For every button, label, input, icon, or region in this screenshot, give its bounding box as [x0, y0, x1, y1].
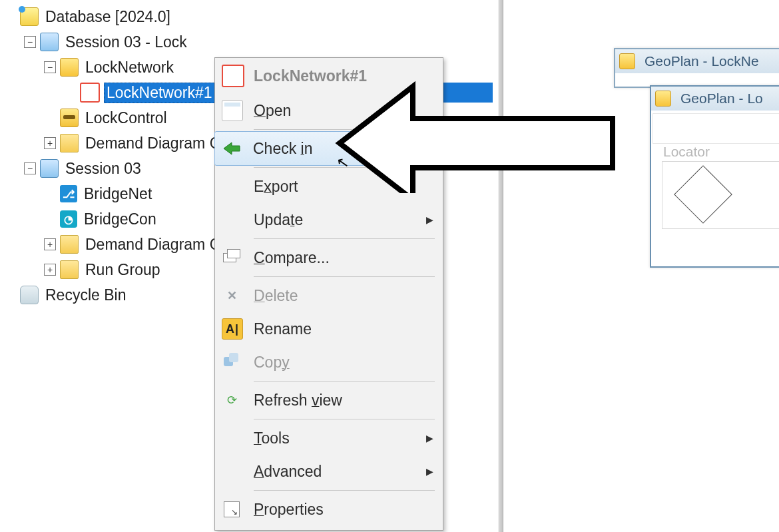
menu-title-label: LockNetwork#1: [254, 67, 367, 85]
menu-item-check-in[interactable]: Check in: [214, 131, 443, 166]
copy-icon: [222, 352, 242, 372]
tree-label: LockNetwork#1: [104, 83, 215, 103]
tree-label: BridgeNet: [81, 184, 154, 204]
network-icon: [619, 53, 635, 69]
geoplan-window-1[interactable]: GeoPlan - LockNe: [614, 48, 779, 88]
menu-separator: [254, 381, 435, 382]
locator-panel[interactable]: [662, 161, 779, 229]
menu-label: Open: [254, 102, 291, 120]
locator-viewport-icon: [674, 165, 732, 224]
tree-label: Run Group: [83, 260, 163, 280]
control-icon: [60, 109, 79, 127]
geoplan-window-2[interactable]: GeoPlan - Lo Locator: [650, 85, 779, 268]
menu-label: Export: [254, 178, 298, 196]
menu-item-delete: ✕ Delete: [215, 279, 443, 312]
menu-item-copy: Copy: [215, 346, 443, 379]
expander-minus-icon[interactable]: −: [24, 36, 36, 48]
menu-separator: [254, 129, 435, 130]
bridge-net-icon: ⎇: [60, 185, 77, 202]
open-icon: [222, 100, 243, 121]
menu-label: Advanced: [254, 463, 322, 481]
window-titlebar[interactable]: GeoPlan - Lo: [651, 87, 779, 111]
folder-icon: [60, 235, 79, 254]
session-icon: [40, 159, 59, 178]
recycle-bin-icon: [20, 286, 39, 304]
locator-label: Locator: [663, 144, 710, 160]
expander-plus-icon[interactable]: +: [44, 137, 56, 149]
network-icon: [655, 91, 671, 107]
svg-marker-0: [224, 142, 240, 154]
menu-item-compare[interactable]: Compare...: [215, 241, 443, 274]
menu-label: Delete: [254, 287, 298, 305]
window-title-label: GeoPlan - LockNe: [645, 53, 759, 69]
folder-icon: [60, 260, 79, 279]
menu-separator: [254, 419, 435, 419]
tree-label: Session 03 - Lock: [63, 32, 190, 53]
session-icon: [40, 33, 59, 51]
delete-icon: ✕: [222, 286, 242, 306]
menu-separator: [254, 167, 435, 168]
tree-label: LockNetwork: [83, 57, 176, 78]
database-icon: [20, 7, 39, 26]
refresh-icon: ⟳: [222, 390, 242, 410]
window-toolbar[interactable]: [652, 113, 779, 144]
menu-label: Rename: [254, 320, 312, 338]
menu-item-refresh[interactable]: ⟳ Refresh view: [215, 384, 443, 417]
menu-item-tools[interactable]: Tools ▶: [215, 421, 443, 455]
properties-icon: [222, 499, 242, 519]
context-menu: LockNetwork#1 Open Check in Export Updat…: [214, 57, 443, 531]
pane-divider[interactable]: [498, 0, 503, 532]
menu-label: Compare...: [254, 249, 330, 267]
network-icon: [60, 58, 79, 77]
folder-icon: [60, 134, 79, 152]
window-titlebar[interactable]: GeoPlan - LockNe: [615, 49, 779, 73]
menu-separator: [254, 490, 435, 491]
submenu-arrow-icon: ▶: [426, 466, 433, 477]
menu-item-properties[interactable]: Properties: [215, 493, 443, 526]
expander-plus-icon[interactable]: +: [44, 238, 56, 250]
menu-separator: [254, 238, 435, 239]
menu-label: Refresh view: [254, 392, 342, 409]
compare-icon: [222, 248, 242, 268]
tree-label: Database [2024.0]: [43, 7, 173, 27]
tree-node-session-lock[interactable]: − Session 03 - Lock: [0, 29, 493, 55]
menu-label: Properties: [254, 501, 324, 519]
menu-item-export[interactable]: Export: [215, 170, 443, 203]
menu-label: Copy: [254, 354, 290, 372]
tree-node-database[interactable]: Database [2024.0]: [0, 4, 493, 29]
menu-label: Tools: [254, 429, 290, 447]
check-in-arrow-icon: [222, 138, 242, 158]
menu-label: Check in: [253, 140, 313, 158]
tree-label: Session 03: [63, 158, 144, 179]
network-checkedout-icon: [222, 65, 244, 87]
bridge-con-icon: ◔: [60, 210, 77, 228]
menu-item-advanced[interactable]: Advanced ▶: [215, 455, 443, 488]
expander-minus-icon[interactable]: −: [24, 162, 36, 174]
tree-label: LockControl: [83, 108, 170, 129]
tree-label: BridgeCon: [81, 209, 159, 230]
menu-item-open[interactable]: Open: [215, 94, 443, 127]
tree-label: Recycle Bin: [43, 285, 129, 306]
menu-item-rename[interactable]: A| Rename: [215, 312, 443, 346]
menu-label: Update: [254, 211, 303, 229]
menu-separator: [254, 276, 435, 277]
expander-minus-icon[interactable]: −: [44, 61, 56, 73]
window-title-label: GeoPlan - Lo: [680, 91, 763, 107]
expander-plus-icon[interactable]: +: [44, 264, 56, 276]
submenu-arrow-icon: ▶: [426, 433, 433, 443]
submenu-arrow-icon: ▶: [426, 214, 433, 225]
menu-title: LockNetwork#1: [215, 58, 443, 94]
rename-icon: A|: [222, 318, 243, 340]
network-checkedout-icon: [80, 83, 100, 103]
menu-item-update[interactable]: Update ▶: [215, 203, 443, 236]
